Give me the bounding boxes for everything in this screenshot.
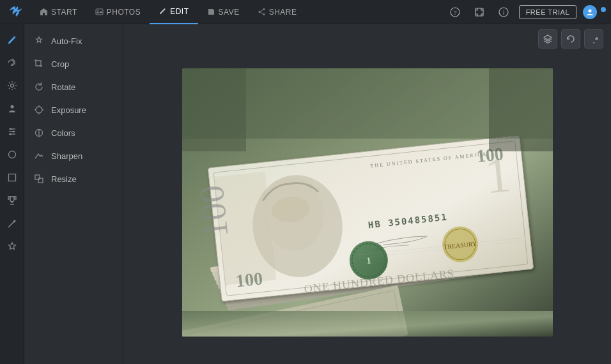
rail-circle[interactable] (2, 144, 22, 165)
nav-right-controls: ? i FREE TRIAL (446, 3, 606, 21)
tool-colors[interactable]: Colors (24, 121, 123, 144)
nav-share[interactable]: SHARE (249, 0, 306, 24)
rail-square[interactable] (2, 167, 22, 188)
resize-label: Resize (51, 174, 77, 184)
fullscreen-button[interactable] (470, 3, 488, 21)
svg-point-12 (589, 9, 592, 12)
svg-line-5 (260, 10, 263, 11)
svg-rect-22 (8, 174, 15, 181)
tool-auto-fix[interactable]: Auto-Fix (24, 29, 123, 52)
rail-star[interactable] (2, 236, 22, 257)
nav-share-label: SHARE (269, 8, 297, 17)
rail-settings[interactable] (2, 75, 22, 96)
nav-edit-label: EdIt (170, 7, 189, 16)
svg-rect-9 (476, 8, 483, 16)
nav-start-label: START (51, 8, 77, 17)
tools-sidebar: Auto-Fix Crop Rotate Exposure Colors (24, 24, 123, 364)
crop-icon (33, 58, 45, 70)
sharpen-label: Sharpen (51, 151, 82, 161)
svg-point-14 (10, 105, 13, 109)
nav-photos-label: PHOTOS (107, 8, 141, 17)
rotate-icon (33, 81, 45, 93)
rail-trophy[interactable] (2, 190, 22, 211)
svg-point-13 (10, 84, 13, 87)
svg-rect-36 (38, 178, 43, 183)
rail-adjust[interactable] (2, 121, 22, 142)
colors-icon (33, 127, 45, 139)
svg-text:100: 100 (235, 268, 263, 291)
tool-resize[interactable]: Resize (24, 167, 123, 190)
crop-label: Crop (51, 59, 69, 69)
help-button[interactable]: ? (446, 3, 464, 21)
tool-sharpen[interactable]: Sharpen (24, 144, 123, 167)
tool-crop[interactable]: Crop (24, 52, 123, 75)
nav-edit[interactable]: EdIt (150, 0, 197, 24)
nav-save[interactable]: SAVE (198, 0, 249, 24)
rail-wand[interactable] (2, 213, 22, 234)
svg-rect-74 (182, 311, 553, 337)
svg-rect-77 (182, 68, 553, 139)
nav-start[interactable]: START (31, 0, 86, 24)
free-trial-button[interactable]: FREE TRIAL (519, 5, 576, 19)
svg-point-2 (263, 8, 265, 10)
svg-line-6 (260, 12, 263, 13)
svg-point-3 (263, 13, 265, 15)
tool-exposure[interactable]: Exposure (24, 98, 123, 121)
icon-rail (0, 24, 24, 364)
info-button[interactable]: i (495, 3, 513, 21)
svg-line-25 (8, 222, 13, 227)
svg-text:100: 100 (494, 133, 513, 148)
svg-point-1 (97, 10, 98, 11)
canvas-area: 100 THE UNITED STATES OF AMERICA 1 (123, 24, 611, 364)
undo-button[interactable] (561, 29, 580, 49)
svg-point-20 (9, 133, 11, 135)
rotate-label: Rotate (51, 82, 75, 92)
nav-items: START PHOTOS EdIt SAVE SHARE (31, 0, 446, 24)
app-logo[interactable] (5, 2, 26, 22)
svg-point-21 (8, 151, 15, 158)
svg-point-19 (12, 131, 14, 133)
sharpen-icon (33, 150, 45, 162)
exposure-label: Exposure (51, 105, 86, 115)
colors-label: Colors (51, 128, 75, 138)
notification-dot (601, 7, 606, 12)
auto-fix-label: Auto-Fix (51, 36, 82, 46)
user-avatar[interactable] (583, 5, 597, 19)
nav-save-label: SAVE (219, 8, 240, 17)
rail-pencil[interactable] (2, 29, 22, 50)
svg-text:?: ? (453, 10, 456, 16)
rail-person[interactable] (2, 98, 22, 119)
top-navigation: START PHOTOS EdIt SAVE SHARE ? i FREE TR… (0, 0, 611, 24)
tool-rotate[interactable]: Rotate (24, 75, 123, 98)
exposure-icon (33, 104, 45, 116)
svg-point-18 (10, 128, 12, 130)
main-content: Auto-Fix Crop Rotate Exposure Colors (0, 24, 611, 364)
layers-button[interactable] (538, 29, 557, 49)
nav-photos[interactable]: PHOTOS (86, 0, 150, 24)
resize-icon (33, 173, 45, 185)
svg-point-28 (36, 107, 42, 113)
image-container: 100 THE UNITED STATES OF AMERICA 1 (123, 54, 611, 364)
svg-rect-35 (35, 175, 40, 179)
photo-canvas[interactable]: 100 THE UNITED STATES OF AMERICA 1 (182, 68, 553, 337)
svg-text:i: i (503, 10, 504, 16)
svg-point-27 (13, 220, 15, 222)
redo-button[interactable] (584, 29, 603, 49)
rail-effects[interactable] (2, 52, 22, 73)
svg-text:100: 100 (191, 183, 235, 239)
auto-fix-icon (33, 35, 45, 47)
svg-point-4 (258, 11, 260, 13)
canvas-toolbar (123, 24, 611, 54)
